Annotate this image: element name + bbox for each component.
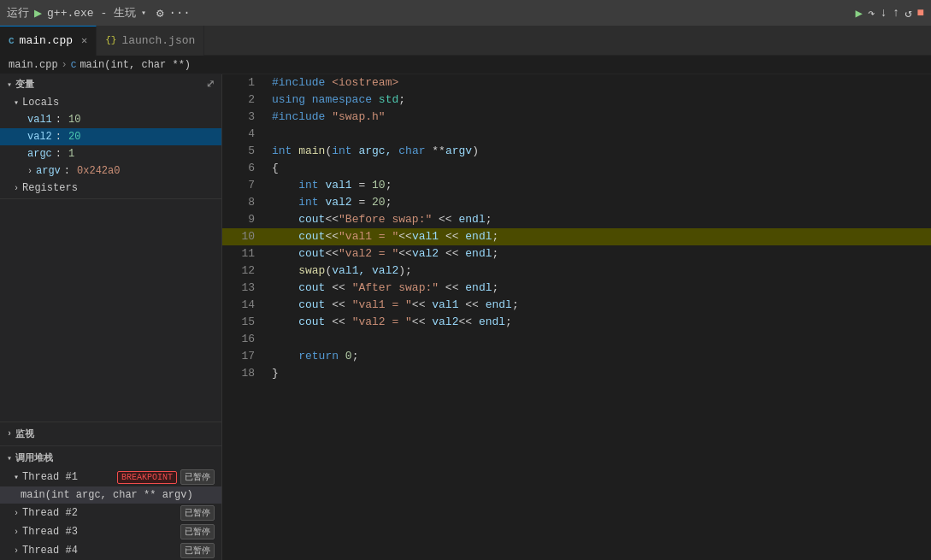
variables-title: 变量 — [15, 78, 34, 91]
line-row-2[interactable]: 2using namespace std; — [222, 91, 931, 109]
line-row-5[interactable]: 5int main(int argc, char **argv) — [222, 143, 931, 160]
var-argv-value: 0x242a0 — [77, 165, 120, 177]
line-number-17: 17 — [222, 348, 265, 365]
left-panel: ▾ 变量 ⤢ ▾ Locals val1 : 10 val2 : 20 — [0, 74, 222, 560]
watch-header[interactable]: › 监视 — [0, 424, 221, 444]
variables-header[interactable]: ▾ 变量 ⤢ — [0, 74, 221, 94]
restart-icon[interactable]: ↺ — [904, 6, 911, 21]
line-row-12[interactable]: 12 swap(val1, val2); — [222, 262, 931, 280]
line-row-17[interactable]: 17 return 0; — [222, 348, 931, 365]
line-row-9[interactable]: 9 cout<<"Before swap:" << endl; — [222, 211, 931, 228]
line-row-7[interactable]: 7 int val1 = 10; — [222, 177, 931, 194]
line-number-16: 16 — [222, 331, 265, 348]
line-row-13[interactable]: 13 cout << "After swap:" << endl; — [222, 280, 931, 297]
tab-main-cpp[interactable]: C main.cpp ✕ — [0, 26, 97, 56]
thread-2[interactable]: › Thread #2 已暂停 — [0, 504, 221, 522]
line-number-4: 4 — [222, 126, 265, 143]
var-argv-name: argv — [36, 165, 61, 177]
run-label: 运行 — [7, 5, 29, 21]
watch-section: › 监视 — [0, 424, 221, 444]
thread-2-badge: 已暂停 — [180, 505, 215, 521]
line-code-2: using namespace std; — [265, 91, 931, 109]
line-row-11[interactable]: 11 cout<<"val2 = "<<val2 << endl; — [222, 245, 931, 262]
continue-icon[interactable]: ▶ — [855, 6, 862, 21]
step-into-icon[interactable]: ↓ — [880, 6, 887, 20]
call-stack-title: 调用堆栈 — [15, 451, 53, 464]
line-row-3[interactable]: 3#include "swap.h" — [222, 109, 931, 126]
call-stack-section: ▾ 调用堆栈 ▾ Thread #1 BREAKPOINT 已暂停 main(i… — [0, 448, 221, 560]
line-code-3: #include "swap.h" — [265, 109, 931, 126]
thread-3[interactable]: › Thread #3 已暂停 — [0, 522, 221, 541]
breadcrumb-symbol[interactable]: main(int, char **) — [80, 59, 191, 71]
var-argc[interactable]: argc : 1 — [0, 145, 221, 162]
step-over-icon[interactable]: ↷ — [868, 6, 875, 21]
line-row-14[interactable]: 14 cout << "val1 = "<< val1 << endl; — [222, 297, 931, 314]
tab-main-cpp-label: main.cpp — [20, 34, 73, 47]
line-row-1[interactable]: 1#include <iostream> — [222, 74, 931, 91]
breadcrumb-sep: › — [62, 59, 68, 71]
variables-collapse-icon: ▾ — [7, 80, 12, 90]
watch-expand-icon: › — [7, 429, 12, 439]
line-code-1: #include <iostream> — [265, 74, 931, 91]
line-number-9: 9 — [222, 211, 265, 228]
locals-label: Locals — [22, 97, 59, 109]
line-number-1: 1 — [222, 74, 265, 91]
var-argc-sep: : — [56, 148, 62, 160]
line-code-11: cout<<"val2 = "<<val2 << endl; — [265, 245, 931, 262]
frame-main[interactable]: main(int argc, char ** argv) — [0, 486, 221, 504]
line-code-6: { — [265, 160, 931, 177]
target-label[interactable]: g++.exe - 生玩 — [47, 5, 136, 21]
var-val2-name: val2 — [27, 131, 52, 143]
thread-4[interactable]: › Thread #4 已暂停 — [0, 541, 221, 560]
breadcrumb: main.cpp › C main(int, char **) — [0, 56, 931, 74]
breadcrumb-file[interactable]: main.cpp — [9, 59, 58, 71]
code-container[interactable]: 1#include <iostream>2using namespace std… — [222, 74, 931, 560]
divider-1 — [0, 198, 221, 199]
var-argc-value: 1 — [68, 148, 74, 160]
settings-icon[interactable]: ⚙ — [156, 6, 163, 21]
thread-3-expand-icon: › — [14, 528, 19, 537]
thread-1[interactable]: ▾ Thread #1 BREAKPOINT 已暂停 — [0, 468, 221, 486]
line-row-4[interactable]: 4 — [222, 126, 931, 143]
tab-launch-json[interactable]: {} launch.json — [97, 26, 204, 56]
thread-2-expand-icon: › — [14, 509, 19, 518]
registers-expand-icon: › — [14, 184, 19, 193]
tab-launch-json-label: launch.json — [121, 34, 195, 47]
more-icon[interactable]: ··· — [169, 6, 191, 20]
var-argv[interactable]: › argv : 0x242a0 — [0, 162, 221, 180]
locals-group[interactable]: ▾ Locals — [0, 94, 221, 111]
step-out-icon[interactable]: ↑ — [893, 6, 899, 20]
var-argv-expand-icon: › — [27, 167, 32, 176]
thread-4-expand-icon: › — [14, 546, 19, 556]
var-val2[interactable]: val2 : 20 — [0, 128, 221, 145]
line-code-8: int val2 = 20; — [265, 194, 931, 211]
var-val1-value: 10 — [68, 114, 80, 126]
var-val1-name: val1 — [27, 114, 52, 126]
call-stack-header[interactable]: ▾ 调用堆栈 — [0, 448, 221, 468]
line-number-6: 6 — [222, 160, 265, 177]
thread-2-label: Thread #2 — [22, 507, 78, 519]
variables-expand-action[interactable]: ⤢ — [206, 78, 215, 91]
line-number-12: 12 — [222, 262, 265, 280]
line-row-6[interactable]: 6{ — [222, 160, 931, 177]
stop-icon[interactable]: ■ — [917, 6, 924, 20]
debug-controls: ▶ ↷ ↓ ↑ ↺ ■ — [855, 6, 924, 21]
line-code-13: cout << "After swap:" << endl; — [265, 280, 931, 297]
line-row-18[interactable]: 18} — [222, 365, 931, 382]
line-number-5: 5 — [222, 143, 265, 160]
chevron-down-icon[interactable]: ▾ — [141, 8, 146, 18]
line-code-4 — [265, 126, 931, 143]
locals-collapse-icon: ▾ — [14, 97, 19, 108]
registers-group[interactable]: › Registers — [0, 180, 221, 197]
debug-toolbar: 运行 ▶ g++.exe - 生玩 ▾ ⚙ ··· ▶ ↷ ↓ ↑ ↺ ■ — [0, 0, 931, 26]
line-row-16[interactable]: 16 — [222, 331, 931, 348]
line-row-10[interactable]: ▶10 cout<<"val1 = "<<val1 << endl; — [222, 228, 931, 245]
play-icon[interactable]: ▶ — [34, 5, 42, 21]
tab-close-main-cpp[interactable]: ✕ — [81, 34, 87, 47]
thread-1-collapse-icon: ▾ — [14, 472, 19, 482]
variables-section: ▾ 变量 ⤢ ▾ Locals val1 : 10 val2 : 20 — [0, 74, 221, 197]
var-val1[interactable]: val1 : 10 — [0, 111, 221, 128]
line-number-14: 14 — [222, 297, 265, 314]
line-row-8[interactable]: 8 int val2 = 20; — [222, 194, 931, 211]
line-row-15[interactable]: 15 cout << "val2 = "<< val2<< endl; — [222, 314, 931, 331]
